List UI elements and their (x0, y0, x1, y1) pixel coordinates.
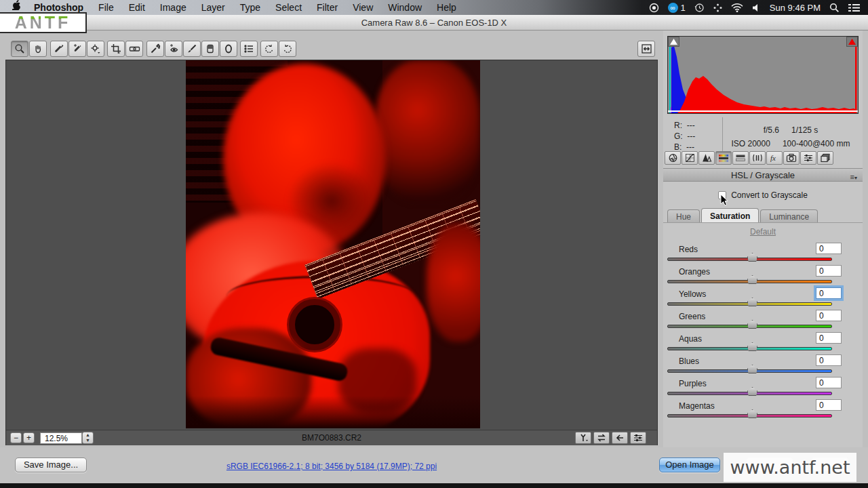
slider-value-input[interactable]: 0 (816, 399, 842, 411)
antf-logo: ANTF (0, 12, 87, 33)
menu-clock[interactable]: Sun 9:46 PM (770, 3, 821, 13)
antf-logo-text: ANTF (15, 13, 71, 33)
window-title-bar[interactable]: Camera Raw 8.6 – Canon EOS-1D X (0, 15, 868, 30)
slider-row-blues: Blues 0 (679, 357, 847, 375)
tab-luminance[interactable]: Luminance (760, 209, 818, 223)
red-eye-tool-icon[interactable] (165, 41, 182, 57)
menu-edit[interactable]: Edit (121, 0, 153, 15)
filename-label: BM7O0883.CR2 (6, 433, 657, 443)
status-icons: ∞1 Sun 9:46 PM (649, 3, 868, 13)
slider-value-input-focused[interactable]: 0 (816, 287, 842, 299)
slider-thumb[interactable] (747, 320, 757, 329)
iso-value: ISO 20000 (732, 139, 770, 148)
slider-thumb[interactable] (747, 365, 757, 373)
spot-removal-tool-icon[interactable] (146, 41, 164, 57)
slider-thumb[interactable] (747, 275, 757, 284)
menu-image[interactable]: Image (153, 0, 194, 15)
graduated-filter-tool-icon[interactable] (201, 41, 219, 57)
wifi-icon[interactable] (731, 3, 743, 12)
rotate-right-tool-icon[interactable] (279, 41, 296, 57)
menu-filter[interactable]: Filter (309, 0, 345, 15)
basic-tab-icon[interactable] (665, 151, 681, 165)
crop-tool-icon[interactable] (107, 41, 125, 57)
hsl-grayscale-tab-icon[interactable] (715, 151, 732, 165)
zoom-tool-icon[interactable] (11, 41, 28, 57)
camera-calibration-tab-icon[interactable] (783, 151, 800, 165)
effects-tab-icon[interactable]: fx (766, 151, 783, 165)
creative-cloud-icon[interactable]: ∞1 (668, 3, 686, 13)
open-image-button[interactable]: Open Image (659, 458, 720, 472)
slider-value-input[interactable]: 0 (816, 265, 842, 277)
adjustment-brush-tool-icon[interactable] (183, 41, 201, 57)
hand-tool-icon[interactable] (29, 41, 47, 57)
menu-window[interactable]: Window (380, 0, 429, 15)
time-machine-icon[interactable] (694, 3, 705, 13)
svg-text:fx: fx (770, 154, 776, 162)
slider-value-input[interactable]: 0 (816, 332, 842, 344)
rotate-left-tool-icon[interactable] (260, 41, 278, 57)
watermark: www.antf.net (724, 453, 856, 482)
r-value: --- (687, 121, 695, 130)
notification-center-icon[interactable] (848, 3, 860, 12)
presets-tab-icon[interactable] (800, 151, 816, 165)
slider-label: Yellows (679, 289, 706, 299)
slider-value-input[interactable]: 0 (816, 310, 842, 321)
radial-filter-tool-icon[interactable] (220, 41, 237, 57)
histogram[interactable] (667, 36, 859, 114)
white-balance-tool-icon[interactable] (50, 41, 68, 57)
preferences-tool-icon[interactable] (240, 41, 258, 57)
panel-icon-tabs: fx (665, 151, 833, 165)
menu-help[interactable]: Help (429, 0, 464, 15)
slider-row-oranges: Oranges 0 (679, 267, 847, 286)
workflow-options-link[interactable]: sRGB IEC61966-2.1; 8 bit; 3456 by 5184 (… (5, 462, 658, 471)
spotlight-icon[interactable] (829, 3, 840, 13)
photo-right-hand (427, 223, 480, 342)
straighten-tool-icon[interactable] (125, 41, 143, 57)
slider-label: Blues (679, 357, 699, 366)
color-sampler-tool-icon[interactable] (68, 41, 86, 57)
slider-thumb[interactable] (747, 298, 757, 306)
record-icon[interactable] (649, 3, 659, 13)
slider-value-input[interactable]: 0 (816, 377, 842, 388)
b-value: --- (686, 142, 694, 152)
convert-grayscale-row: Convert to Grayscale (663, 190, 863, 200)
panel-title: HSL / Grayscale (731, 170, 795, 180)
menu-file[interactable]: File (91, 0, 121, 15)
slider-thumb[interactable] (747, 253, 757, 262)
menu-type[interactable]: Type (233, 0, 268, 15)
toggle-panel-button[interactable] (630, 432, 646, 444)
split-toning-tab-icon[interactable] (732, 151, 749, 165)
watermark-text: www.antf.net (730, 457, 850, 478)
tab-saturation[interactable]: Saturation (701, 208, 759, 223)
snapshots-tab-icon[interactable] (817, 151, 833, 165)
slider-thumb[interactable] (747, 409, 757, 418)
g-label: G: (674, 131, 683, 141)
shadow-clipping-button[interactable] (668, 37, 679, 47)
volume-icon[interactable] (752, 3, 761, 12)
panel-flyout-menu-icon[interactable]: ≡▾ (850, 171, 857, 184)
photo-preview[interactable] (186, 60, 480, 428)
slider-thumb[interactable] (747, 342, 757, 351)
tab-hue[interactable]: Hue (667, 209, 700, 223)
lens-corrections-tab-icon[interactable] (749, 151, 766, 165)
menu-layer[interactable]: Layer (194, 0, 233, 15)
highlight-clipping-button[interactable] (846, 37, 858, 47)
preview-control-bar: − + 12.5% ▲▼ BM7O0883.CR2 (6, 430, 657, 445)
menu-select[interactable]: Select (268, 0, 309, 15)
slider-value-input[interactable]: 0 (816, 243, 842, 254)
menu-view[interactable]: View (345, 0, 380, 15)
preview-mode-button[interactable] (575, 432, 591, 444)
swap-settings-button[interactable] (593, 432, 610, 444)
targeted-adjustment-tool-icon[interactable] (87, 41, 104, 57)
tone-curve-tab-icon[interactable] (682, 151, 698, 165)
sync-icon[interactable] (713, 3, 722, 12)
slider-label: Purples (679, 379, 707, 388)
toggle-fullscreen-icon[interactable] (637, 41, 655, 57)
copy-settings-button[interactable] (612, 432, 628, 444)
tab-divider (663, 222, 863, 223)
detail-tab-icon[interactable] (698, 151, 715, 165)
slider-value-input[interactable]: 0 (816, 354, 842, 366)
slider-thumb[interactable] (747, 387, 757, 396)
default-link[interactable]: Default (663, 227, 863, 237)
slider-row-purples: Purples 0 (679, 379, 847, 398)
